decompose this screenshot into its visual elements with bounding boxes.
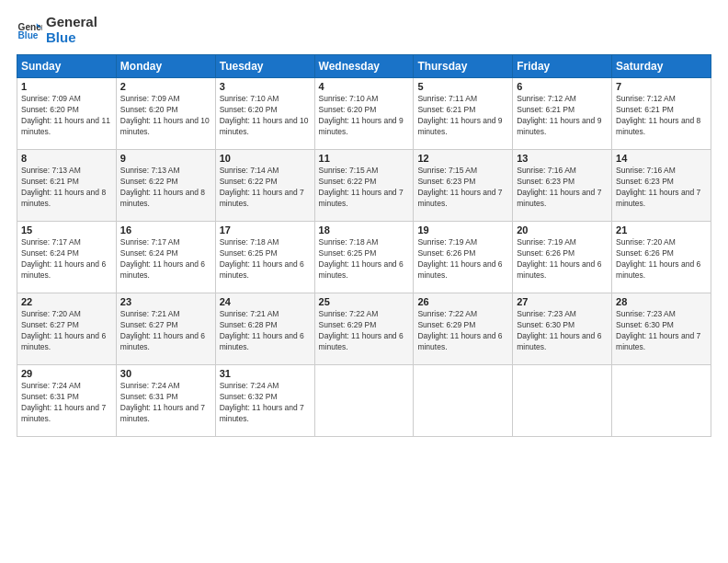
day-info: Sunrise: 7:22 AMSunset: 6:29 PMDaylight:… [319, 309, 410, 353]
day-number: 27 [517, 296, 608, 307]
day-cell: 26Sunrise: 7:22 AMSunset: 6:29 PMDayligh… [414, 293, 513, 365]
day-info: Sunrise: 7:16 AMSunset: 6:23 PMDaylight:… [616, 166, 707, 210]
day-cell [314, 365, 414, 437]
day-number: 12 [417, 153, 508, 164]
day-info: Sunrise: 7:19 AMSunset: 6:26 PMDaylight:… [517, 237, 608, 282]
day-number: 17 [220, 224, 311, 236]
day-number: 7 [616, 81, 707, 92]
day-cell: 29Sunrise: 7:24 AMSunset: 6:31 PMDayligh… [17, 365, 117, 437]
day-info: Sunrise: 7:16 AMSunset: 6:23 PMDaylight:… [517, 166, 608, 210]
day-cell: 11Sunrise: 7:15 AMSunset: 6:22 PMDayligh… [314, 150, 414, 222]
day-info: Sunrise: 7:19 AMSunset: 6:26 PMDaylight:… [417, 237, 508, 282]
day-cell: 25Sunrise: 7:22 AMSunset: 6:29 PMDayligh… [314, 293, 414, 365]
day-info: Sunrise: 7:15 AMSunset: 6:22 PMDaylight:… [319, 166, 410, 210]
day-info: Sunrise: 7:24 AMSunset: 6:31 PMDaylight:… [21, 381, 112, 425]
day-cell: 5Sunrise: 7:11 AMSunset: 6:21 PMDaylight… [414, 78, 513, 150]
day-info: Sunrise: 7:17 AMSunset: 6:24 PMDaylight:… [120, 237, 211, 282]
col-header-thursday: Thursday [414, 55, 513, 78]
day-cell: 20Sunrise: 7:19 AMSunset: 6:26 PMDayligh… [513, 222, 612, 293]
day-info: Sunrise: 7:23 AMSunset: 6:30 PMDaylight:… [517, 309, 608, 353]
day-number: 3 [220, 81, 311, 92]
week-row-3: 15Sunrise: 7:17 AMSunset: 6:24 PMDayligh… [17, 222, 711, 293]
week-row-2: 8Sunrise: 7:13 AMSunset: 6:21 PMDaylight… [17, 150, 711, 222]
day-cell: 16Sunrise: 7:17 AMSunset: 6:24 PMDayligh… [116, 222, 215, 293]
day-number: 6 [517, 81, 608, 92]
day-number: 22 [21, 296, 112, 307]
col-header-wednesday: Wednesday [314, 55, 414, 78]
header: General Blue General Blue [17, 15, 711, 45]
day-cell [513, 365, 612, 437]
day-number: 5 [417, 81, 508, 92]
day-info: Sunrise: 7:20 AMSunset: 6:26 PMDaylight:… [616, 237, 707, 282]
day-number: 16 [120, 224, 211, 236]
day-cell: 9Sunrise: 7:13 AMSunset: 6:22 PMDaylight… [116, 150, 215, 222]
day-info: Sunrise: 7:24 AMSunset: 6:32 PMDaylight:… [220, 381, 311, 425]
logo-icon: General Blue [17, 17, 42, 43]
day-cell [612, 365, 711, 437]
day-number: 30 [120, 368, 211, 379]
day-info: Sunrise: 7:11 AMSunset: 6:21 PMDaylight:… [417, 94, 508, 138]
week-row-5: 29Sunrise: 7:24 AMSunset: 6:31 PMDayligh… [17, 365, 711, 437]
day-info: Sunrise: 7:12 AMSunset: 6:21 PMDaylight:… [616, 94, 707, 138]
day-cell: 6Sunrise: 7:12 AMSunset: 6:21 PMDaylight… [513, 78, 612, 150]
day-cell: 19Sunrise: 7:19 AMSunset: 6:26 PMDayligh… [414, 222, 513, 293]
day-info: Sunrise: 7:18 AMSunset: 6:25 PMDaylight:… [319, 237, 410, 282]
day-number: 14 [616, 153, 707, 164]
day-number: 2 [120, 81, 211, 92]
day-info: Sunrise: 7:10 AMSunset: 6:20 PMDaylight:… [319, 94, 410, 138]
day-cell: 27Sunrise: 7:23 AMSunset: 6:30 PMDayligh… [513, 293, 612, 365]
day-cell: 13Sunrise: 7:16 AMSunset: 6:23 PMDayligh… [513, 150, 612, 222]
week-row-1: 1Sunrise: 7:09 AMSunset: 6:20 PMDaylight… [17, 78, 711, 150]
day-cell: 8Sunrise: 7:13 AMSunset: 6:21 PMDaylight… [17, 150, 117, 222]
logo-text: General Blue [46, 15, 97, 45]
day-number: 24 [220, 296, 311, 307]
day-info: Sunrise: 7:22 AMSunset: 6:29 PMDaylight:… [417, 309, 508, 353]
day-cell: 10Sunrise: 7:14 AMSunset: 6:22 PMDayligh… [215, 150, 314, 222]
day-number: 23 [120, 296, 211, 307]
day-cell: 18Sunrise: 7:18 AMSunset: 6:25 PMDayligh… [314, 222, 414, 293]
day-cell: 3Sunrise: 7:10 AMSunset: 6:20 PMDaylight… [215, 78, 314, 150]
day-cell: 15Sunrise: 7:17 AMSunset: 6:24 PMDayligh… [17, 222, 117, 293]
col-header-monday: Monday [116, 55, 215, 78]
day-cell: 4Sunrise: 7:10 AMSunset: 6:20 PMDaylight… [314, 78, 414, 150]
day-info: Sunrise: 7:21 AMSunset: 6:28 PMDaylight:… [220, 309, 311, 353]
day-number: 10 [220, 153, 311, 164]
day-cell: 23Sunrise: 7:21 AMSunset: 6:27 PMDayligh… [116, 293, 215, 365]
day-number: 15 [21, 224, 112, 236]
day-cell: 1Sunrise: 7:09 AMSunset: 6:20 PMDaylight… [17, 78, 117, 150]
day-info: Sunrise: 7:10 AMSunset: 6:20 PMDaylight:… [220, 94, 311, 138]
day-cell: 17Sunrise: 7:18 AMSunset: 6:25 PMDayligh… [215, 222, 314, 293]
svg-text:Blue: Blue [18, 30, 39, 40]
col-header-saturday: Saturday [612, 55, 711, 78]
day-info: Sunrise: 7:13 AMSunset: 6:22 PMDaylight:… [120, 166, 211, 210]
week-row-4: 22Sunrise: 7:20 AMSunset: 6:27 PMDayligh… [17, 293, 711, 365]
day-number: 18 [319, 224, 410, 236]
day-cell: 21Sunrise: 7:20 AMSunset: 6:26 PMDayligh… [612, 222, 711, 293]
day-number: 20 [517, 224, 608, 236]
day-number: 19 [417, 224, 508, 236]
day-info: Sunrise: 7:09 AMSunset: 6:20 PMDaylight:… [120, 94, 211, 138]
day-cell: 24Sunrise: 7:21 AMSunset: 6:28 PMDayligh… [215, 293, 314, 365]
day-cell [414, 365, 513, 437]
day-info: Sunrise: 7:15 AMSunset: 6:23 PMDaylight:… [417, 166, 508, 210]
col-header-tuesday: Tuesday [215, 55, 314, 78]
day-cell: 22Sunrise: 7:20 AMSunset: 6:27 PMDayligh… [17, 293, 117, 365]
day-info: Sunrise: 7:18 AMSunset: 6:25 PMDaylight:… [220, 237, 311, 282]
day-cell: 7Sunrise: 7:12 AMSunset: 6:21 PMDaylight… [612, 78, 711, 150]
day-cell: 31Sunrise: 7:24 AMSunset: 6:32 PMDayligh… [215, 365, 314, 437]
day-number: 11 [319, 153, 410, 164]
day-number: 8 [21, 153, 112, 164]
day-info: Sunrise: 7:12 AMSunset: 6:21 PMDaylight:… [517, 94, 608, 138]
day-info: Sunrise: 7:21 AMSunset: 6:27 PMDaylight:… [120, 309, 211, 353]
col-header-friday: Friday [513, 55, 612, 78]
day-number: 21 [616, 224, 707, 236]
day-number: 28 [616, 296, 707, 307]
day-cell: 28Sunrise: 7:23 AMSunset: 6:30 PMDayligh… [612, 293, 711, 365]
day-number: 26 [417, 296, 508, 307]
day-number: 29 [21, 368, 112, 379]
day-number: 4 [319, 81, 410, 92]
day-info: Sunrise: 7:17 AMSunset: 6:24 PMDaylight:… [21, 237, 112, 282]
day-number: 31 [220, 368, 311, 379]
calendar-table: SundayMondayTuesdayWednesdayThursdayFrid… [17, 54, 711, 437]
day-info: Sunrise: 7:09 AMSunset: 6:20 PMDaylight:… [21, 94, 112, 138]
